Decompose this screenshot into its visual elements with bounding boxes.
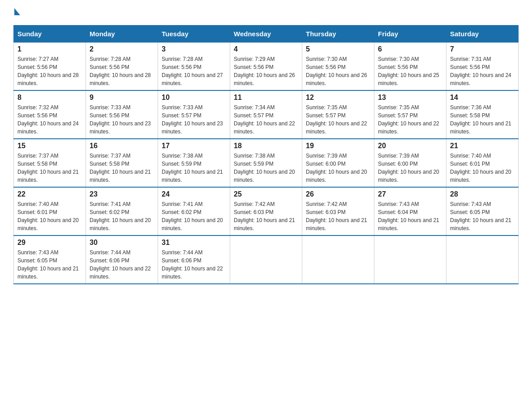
calendar-cell: 17Sunrise: 7:38 AMSunset: 5:59 PMDayligh… <box>158 139 230 187</box>
weekday-header-friday: Friday <box>374 26 446 43</box>
day-number: 24 <box>162 190 226 198</box>
day-info: Sunrise: 7:35 AMSunset: 5:57 PMDaylight:… <box>378 103 442 136</box>
weekday-header-row: SundayMondayTuesdayWednesdayThursdayFrid… <box>14 26 519 43</box>
day-number: 11 <box>234 94 298 102</box>
day-number: 12 <box>306 94 370 102</box>
day-number: 15 <box>17 142 82 150</box>
calendar-cell: 15Sunrise: 7:37 AMSunset: 5:58 PMDayligh… <box>14 139 86 187</box>
day-info: Sunrise: 7:33 AMSunset: 5:57 PMDaylight:… <box>162 103 226 136</box>
day-info: Sunrise: 7:44 AMSunset: 6:06 PMDaylight:… <box>162 248 226 281</box>
calendar-cell: 9Sunrise: 7:33 AMSunset: 5:56 PMDaylight… <box>86 90 158 139</box>
day-info: Sunrise: 7:36 AMSunset: 5:58 PMDaylight:… <box>450 103 515 136</box>
day-info: Sunrise: 7:40 AMSunset: 6:01 PMDaylight:… <box>17 200 82 232</box>
calendar-cell: 27Sunrise: 7:43 AMSunset: 6:04 PMDayligh… <box>374 187 446 235</box>
calendar-table: SundayMondayTuesdayWednesdayThursdayFrid… <box>13 25 519 284</box>
calendar-cell: 1Sunrise: 7:27 AMSunset: 5:56 PMDaylight… <box>14 43 86 91</box>
day-number: 6 <box>378 45 442 53</box>
day-number: 7 <box>450 45 515 53</box>
calendar-cell: 8Sunrise: 7:32 AMSunset: 5:56 PMDaylight… <box>14 90 86 139</box>
calendar-cell: 14Sunrise: 7:36 AMSunset: 5:58 PMDayligh… <box>446 90 519 139</box>
day-number: 30 <box>90 239 154 247</box>
calendar-cell: 2Sunrise: 7:28 AMSunset: 5:56 PMDaylight… <box>86 43 158 91</box>
day-info: Sunrise: 7:43 AMSunset: 6:04 PMDaylight:… <box>378 200 442 232</box>
day-info: Sunrise: 7:39 AMSunset: 6:00 PMDaylight:… <box>378 152 442 184</box>
day-number: 1 <box>17 45 82 53</box>
calendar-cell: 13Sunrise: 7:35 AMSunset: 5:57 PMDayligh… <box>374 90 446 139</box>
calendar-cell: 5Sunrise: 7:30 AMSunset: 5:56 PMDaylight… <box>302 43 374 91</box>
day-number: 10 <box>162 94 226 102</box>
day-info: Sunrise: 7:40 AMSunset: 6:01 PMDaylight:… <box>450 152 515 184</box>
calendar-cell: 3Sunrise: 7:28 AMSunset: 5:56 PMDaylight… <box>158 43 230 91</box>
calendar-cell: 10Sunrise: 7:33 AMSunset: 5:57 PMDayligh… <box>158 90 230 139</box>
calendar-cell: 26Sunrise: 7:42 AMSunset: 6:03 PMDayligh… <box>302 187 374 235</box>
day-info: Sunrise: 7:42 AMSunset: 6:03 PMDaylight:… <box>234 200 298 232</box>
calendar-cell: 30Sunrise: 7:44 AMSunset: 6:06 PMDayligh… <box>86 235 158 284</box>
day-info: Sunrise: 7:34 AMSunset: 5:57 PMDaylight:… <box>234 103 298 136</box>
day-info: Sunrise: 7:38 AMSunset: 5:59 PMDaylight:… <box>162 152 226 184</box>
calendar-cell: 18Sunrise: 7:38 AMSunset: 5:59 PMDayligh… <box>230 139 302 187</box>
day-info: Sunrise: 7:27 AMSunset: 5:56 PMDaylight:… <box>17 55 82 87</box>
day-info: Sunrise: 7:41 AMSunset: 6:02 PMDaylight:… <box>90 200 154 232</box>
calendar-cell: 12Sunrise: 7:35 AMSunset: 5:57 PMDayligh… <box>302 90 374 139</box>
day-info: Sunrise: 7:38 AMSunset: 5:59 PMDaylight:… <box>234 152 298 184</box>
weekday-header-tuesday: Tuesday <box>158 26 230 43</box>
weekday-header-sunday: Sunday <box>14 26 86 43</box>
weekday-header-saturday: Saturday <box>446 26 519 43</box>
day-info: Sunrise: 7:42 AMSunset: 6:03 PMDaylight:… <box>306 200 370 232</box>
day-info: Sunrise: 7:35 AMSunset: 5:57 PMDaylight:… <box>306 103 370 136</box>
day-number: 5 <box>306 45 370 53</box>
day-number: 21 <box>450 142 515 150</box>
calendar-cell <box>230 235 302 284</box>
calendar-week-row: 22Sunrise: 7:40 AMSunset: 6:01 PMDayligh… <box>14 187 519 235</box>
day-number: 26 <box>306 190 370 198</box>
calendar-cell: 16Sunrise: 7:37 AMSunset: 5:58 PMDayligh… <box>86 139 158 187</box>
calendar-cell: 11Sunrise: 7:34 AMSunset: 5:57 PMDayligh… <box>230 90 302 139</box>
day-number: 20 <box>378 142 442 150</box>
day-info: Sunrise: 7:31 AMSunset: 5:56 PMDaylight:… <box>450 55 515 87</box>
calendar-cell: 4Sunrise: 7:29 AMSunset: 5:56 PMDaylight… <box>230 43 302 91</box>
day-info: Sunrise: 7:30 AMSunset: 5:56 PMDaylight:… <box>378 55 442 87</box>
day-number: 25 <box>234 190 298 198</box>
day-number: 23 <box>90 190 154 198</box>
calendar-cell <box>302 235 374 284</box>
calendar-cell: 28Sunrise: 7:43 AMSunset: 6:05 PMDayligh… <box>446 187 519 235</box>
calendar-week-row: 1Sunrise: 7:27 AMSunset: 5:56 PMDaylight… <box>14 43 519 91</box>
calendar-cell <box>446 235 519 284</box>
calendar-cell: 22Sunrise: 7:40 AMSunset: 6:01 PMDayligh… <box>14 187 86 235</box>
day-info: Sunrise: 7:32 AMSunset: 5:56 PMDaylight:… <box>17 103 82 136</box>
calendar-cell: 21Sunrise: 7:40 AMSunset: 6:01 PMDayligh… <box>446 139 519 187</box>
day-number: 9 <box>90 94 154 102</box>
weekday-header-wednesday: Wednesday <box>230 26 302 43</box>
calendar-cell <box>374 235 446 284</box>
calendar-cell: 24Sunrise: 7:41 AMSunset: 6:02 PMDayligh… <box>158 187 230 235</box>
day-info: Sunrise: 7:30 AMSunset: 5:56 PMDaylight:… <box>306 55 370 87</box>
day-info: Sunrise: 7:28 AMSunset: 5:56 PMDaylight:… <box>90 55 154 87</box>
day-number: 4 <box>234 45 298 53</box>
day-number: 28 <box>450 190 515 198</box>
day-number: 19 <box>306 142 370 150</box>
day-number: 22 <box>17 190 82 198</box>
day-number: 13 <box>378 94 442 102</box>
day-number: 17 <box>162 142 226 150</box>
day-info: Sunrise: 7:44 AMSunset: 6:06 PMDaylight:… <box>90 248 154 281</box>
day-info: Sunrise: 7:29 AMSunset: 5:56 PMDaylight:… <box>234 55 298 87</box>
day-info: Sunrise: 7:43 AMSunset: 6:05 PMDaylight:… <box>450 200 515 232</box>
day-number: 29 <box>17 239 82 247</box>
day-info: Sunrise: 7:33 AMSunset: 5:56 PMDaylight:… <box>90 103 154 136</box>
calendar-cell: 29Sunrise: 7:43 AMSunset: 6:05 PMDayligh… <box>14 235 86 284</box>
calendar-cell: 19Sunrise: 7:39 AMSunset: 6:00 PMDayligh… <box>302 139 374 187</box>
calendar-week-row: 15Sunrise: 7:37 AMSunset: 5:58 PMDayligh… <box>14 139 519 187</box>
logo-arrow-icon <box>14 8 20 15</box>
day-number: 14 <box>450 94 515 102</box>
day-number: 3 <box>162 45 226 53</box>
day-number: 27 <box>378 190 442 198</box>
day-info: Sunrise: 7:37 AMSunset: 5:58 PMDaylight:… <box>17 152 82 184</box>
day-number: 31 <box>162 239 226 247</box>
weekday-header-monday: Monday <box>86 26 158 43</box>
calendar-cell: 23Sunrise: 7:41 AMSunset: 6:02 PMDayligh… <box>86 187 158 235</box>
day-info: Sunrise: 7:37 AMSunset: 5:58 PMDaylight:… <box>90 152 154 184</box>
day-number: 8 <box>17 94 82 102</box>
day-info: Sunrise: 7:28 AMSunset: 5:56 PMDaylight:… <box>162 55 226 87</box>
day-info: Sunrise: 7:39 AMSunset: 6:00 PMDaylight:… <box>306 152 370 184</box>
day-info: Sunrise: 7:43 AMSunset: 6:05 PMDaylight:… <box>17 248 82 281</box>
